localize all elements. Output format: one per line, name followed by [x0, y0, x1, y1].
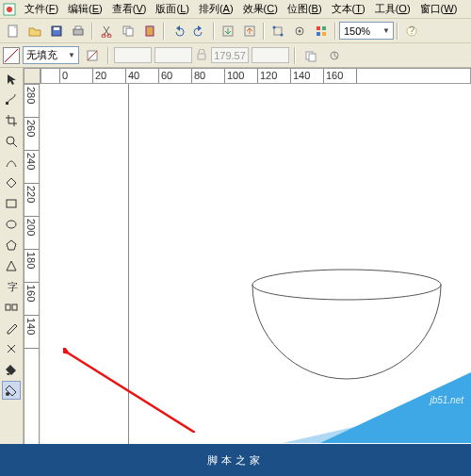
- svg-point-38: [252, 270, 441, 300]
- print-icon[interactable]: [68, 21, 89, 41]
- zoom-value: 150%: [344, 25, 370, 37]
- options-icon[interactable]: [289, 21, 310, 41]
- menu-view[interactable]: 查看(V): [107, 0, 152, 18]
- svg-point-37: [6, 392, 9, 396]
- blend-tool-icon[interactable]: [2, 298, 21, 317]
- property-bar: 无填充▼ 179.57: [0, 43, 471, 68]
- menu-window[interactable]: 窗口(W): [415, 0, 463, 18]
- separator: [294, 47, 296, 64]
- menu-edit[interactable]: 编辑(E): [63, 0, 107, 18]
- menu-layout[interactable]: 版面(L): [151, 0, 193, 18]
- footer-text: 脚本之家: [207, 453, 264, 468]
- zoom-combo[interactable]: 150%▼: [339, 22, 394, 40]
- menu-bitmap[interactable]: 位图(B): [283, 0, 327, 18]
- svg-rect-6: [75, 26, 81, 29]
- cut-icon[interactable]: [96, 21, 117, 41]
- svg-rect-23: [322, 32, 326, 36]
- svg-point-33: [7, 221, 16, 228]
- svg-text:字: 字: [8, 281, 18, 292]
- new-icon[interactable]: [3, 21, 24, 41]
- fill-tool-icon[interactable]: [2, 360, 21, 379]
- separator: [91, 23, 93, 40]
- ruler-origin[interactable]: [24, 68, 41, 84]
- svg-rect-12: [148, 25, 152, 27]
- ruler-horizontal[interactable]: 0 20 40 60 80 100 120 140 160: [41, 68, 471, 84]
- shape-tool-icon[interactable]: [2, 90, 21, 109]
- svg-rect-35: [6, 304, 10, 310]
- open-icon[interactable]: [24, 21, 45, 41]
- app-logo-icon: [3, 3, 16, 16]
- menu-bar: 文件(F) 编辑(E) 查看(V) 版面(L) 排列(A) 效果(C) 位图(B…: [0, 0, 471, 19]
- chevron-down-icon: ▼: [68, 51, 75, 59]
- svg-rect-10: [126, 28, 133, 36]
- menu-file[interactable]: 文件(F): [20, 0, 63, 18]
- text-tool-icon[interactable]: 字: [2, 277, 21, 296]
- svg-rect-28: [309, 54, 316, 61]
- outline-tool-icon[interactable]: [2, 339, 21, 358]
- export-icon[interactable]: [239, 21, 260, 41]
- separator: [163, 23, 165, 40]
- svg-text:?: ?: [409, 25, 414, 36]
- footer-banner: 脚本之家: [0, 444, 471, 476]
- menu-tools[interactable]: 工具(O): [370, 0, 415, 18]
- svg-rect-21: [322, 26, 326, 30]
- eyedropper-tool-icon[interactable]: [2, 319, 21, 337]
- page-boundary: [128, 84, 129, 476]
- fill-type-label: 无填充: [26, 48, 57, 62]
- height-field: [252, 47, 289, 63]
- smart-draw-icon[interactable]: [2, 173, 21, 192]
- svg-rect-32: [7, 200, 16, 207]
- pos-x-field: [114, 47, 152, 63]
- copy-properties-icon[interactable]: [300, 45, 321, 66]
- svg-point-16: [273, 25, 276, 28]
- watermark-url: jb51.net: [430, 395, 463, 405]
- redo-icon[interactable]: [189, 21, 210, 41]
- import-icon[interactable]: [218, 21, 238, 41]
- zoom-tool-icon[interactable]: [2, 132, 21, 151]
- svg-rect-11: [146, 26, 154, 36]
- app-launcher-icon[interactable]: [311, 21, 332, 41]
- menu-arrange[interactable]: 排列(A): [194, 0, 238, 18]
- edit-fill-icon[interactable]: [82, 45, 103, 66]
- save-icon[interactable]: [46, 21, 67, 41]
- freehand-tool-icon[interactable]: [2, 153, 21, 172]
- svg-point-17: [281, 33, 284, 36]
- svg-rect-36: [12, 304, 17, 310]
- interactive-fill-tool-icon[interactable]: [2, 381, 21, 400]
- copy-icon[interactable]: [118, 21, 138, 41]
- svg-point-31: [7, 137, 14, 144]
- separator: [334, 23, 336, 40]
- ruler-vertical[interactable]: 280 260 240 220 200 180 160 140: [24, 84, 40, 476]
- polygon-tool-icon[interactable]: [2, 236, 21, 254]
- basic-shapes-icon[interactable]: [2, 256, 21, 275]
- menu-effects[interactable]: 效果(C): [238, 0, 283, 18]
- help-icon[interactable]: ?: [401, 21, 422, 41]
- svg-rect-5: [73, 29, 83, 35]
- paste-icon[interactable]: [139, 21, 160, 41]
- svg-point-1: [7, 7, 12, 12]
- fill-swatch-icon[interactable]: [3, 47, 20, 64]
- svg-rect-22: [317, 32, 320, 36]
- undo-icon[interactable]: [168, 21, 188, 41]
- standard-toolbar: 150%▼ ?: [0, 19, 471, 43]
- svg-rect-4: [54, 27, 59, 30]
- menu-text[interactable]: 文本(T): [327, 0, 370, 18]
- lock-aspect-icon[interactable]: [195, 49, 208, 62]
- pick-tool-icon[interactable]: [2, 70, 21, 89]
- rectangle-tool-icon[interactable]: [2, 194, 21, 213]
- svg-rect-15: [274, 27, 282, 35]
- ellipse-tool-icon[interactable]: [2, 215, 21, 234]
- svg-point-19: [299, 29, 301, 32]
- svg-line-39: [69, 353, 195, 433]
- svg-rect-30: [6, 102, 8, 105]
- separator: [107, 47, 109, 64]
- svg-rect-20: [317, 26, 320, 30]
- crop-tool-icon[interactable]: [2, 111, 21, 130]
- separator: [213, 23, 215, 40]
- chevron-down-icon: ▼: [382, 26, 390, 35]
- separator: [397, 23, 398, 40]
- reset-icon[interactable]: [324, 45, 345, 66]
- snap-icon[interactable]: [268, 21, 288, 41]
- annotation-arrow: [63, 348, 195, 433]
- fill-type-combo[interactable]: 无填充▼: [23, 46, 79, 64]
